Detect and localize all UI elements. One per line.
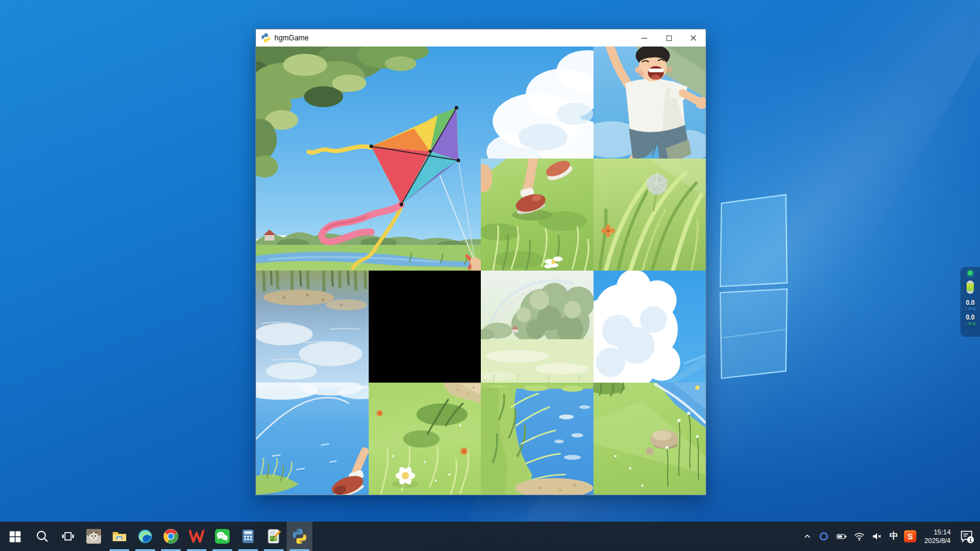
download-arrow-icon: ↓ — [965, 321, 967, 326]
puzzle-board — [256, 47, 706, 495]
search-icon — [35, 529, 50, 544]
python-icon — [292, 528, 307, 544]
chevron-up-icon — [802, 531, 812, 541]
taskbar-wps[interactable] — [184, 522, 209, 551]
taskbar: 中 S 15:14 2025/8/4 1 — [0, 522, 980, 551]
puzzle-tile-water-shoe[interactable] — [256, 383, 369, 495]
action-center-button[interactable]: 1 — [956, 522, 978, 551]
desktop: 0.0 ↑ K/s 0.0 ↓ K/s hgmGame — [0, 0, 980, 551]
white-flower-art — [369, 383, 481, 495]
riverbank-art — [481, 383, 594, 495]
tray-app-ring[interactable] — [815, 522, 832, 551]
taskbar-chrome[interactable] — [158, 522, 184, 551]
puzzle-empty-tile — [369, 271, 481, 383]
taskbar-notes-editor[interactable] — [261, 522, 287, 551]
start-button[interactable] — [0, 522, 29, 551]
maximize-button[interactable] — [657, 29, 681, 47]
tray-battery[interactable] — [832, 522, 851, 551]
game-window: hgmGame — [255, 29, 706, 495]
folder-icon — [111, 528, 127, 544]
chrome-icon — [163, 528, 179, 544]
cloud-art — [594, 271, 706, 383]
puzzle-tile-grass-slope[interactable] — [594, 383, 706, 495]
puzzle-tile-white-flower[interactable] — [369, 383, 481, 495]
running-boy-art — [594, 47, 706, 159]
water-reflections-art — [256, 271, 369, 383]
security-pill-icon — [967, 280, 974, 294]
running-legs-art — [481, 159, 594, 271]
status-dot-icon — [968, 271, 973, 276]
wifi-icon — [854, 531, 865, 542]
notification-badge: 1 — [969, 537, 972, 543]
wps-w-icon — [189, 528, 205, 544]
python-app-icon — [261, 33, 271, 43]
calculator-icon — [240, 528, 256, 544]
taskbar-file-explorer[interactable] — [107, 522, 132, 551]
taskbar-photo-app[interactable] — [81, 522, 107, 551]
minimize-button[interactable] — [632, 29, 657, 47]
action-center-icon: 1 — [959, 528, 974, 544]
sogou-icon: S — [904, 530, 916, 542]
taskbar-python-game[interactable] — [287, 522, 312, 551]
taskbar-search-button[interactable] — [29, 522, 55, 551]
puzzle-tile-running-legs[interactable] — [481, 159, 594, 271]
puzzle-tile-running-boy[interactable] — [594, 47, 706, 159]
puzzle-tile-hazy-trees[interactable] — [481, 271, 594, 383]
tray-volume-muted[interactable] — [868, 522, 886, 551]
puzzle-tile-cloud[interactable] — [594, 271, 706, 383]
tray-clock[interactable]: 15:14 2025/8/4 — [919, 528, 956, 545]
close-button[interactable] — [681, 29, 706, 47]
upload-speed-value: 0.0 — [966, 299, 974, 306]
wallpaper-windows-logo — [714, 184, 799, 386]
tray-input-method[interactable]: 中 — [886, 522, 901, 551]
maximize-icon — [666, 36, 672, 41]
system-tray: 中 S 15:14 2025/8/4 1 — [799, 522, 980, 551]
water-shoe-art — [256, 383, 369, 495]
taskbar-edge[interactable] — [132, 522, 158, 551]
tray-wifi[interactable] — [851, 522, 868, 551]
grass-dandelion-art — [594, 159, 706, 271]
wechat-icon — [214, 528, 230, 544]
cat-photo-icon — [86, 528, 102, 544]
minimize-icon — [641, 38, 647, 39]
hidden-icons-button[interactable] — [799, 522, 815, 551]
battery-icon — [835, 531, 848, 542]
hazy-trees-art — [481, 271, 594, 383]
speaker-muted-icon — [871, 531, 883, 542]
puzzle-tile-riverbank[interactable] — [481, 383, 594, 495]
puzzle-tile-water-reflections[interactable] — [256, 271, 369, 383]
ime-zh-label: 中 — [889, 531, 898, 542]
edge-icon — [137, 528, 153, 544]
clock-date: 2025/8/4 — [924, 536, 951, 545]
task-view-icon — [61, 529, 75, 544]
net-speed-widget[interactable]: 0.0 ↑ K/s 0.0 ↓ K/s — [960, 267, 980, 337]
download-speed-unit: K/s — [968, 321, 976, 326]
blue-ring-icon — [818, 531, 829, 542]
clock-time: 15:14 — [933, 528, 951, 536]
upload-arrow-icon: ↑ — [965, 306, 967, 312]
puzzle-tile-grass-dandelion[interactable] — [594, 159, 706, 271]
taskbar-calculator[interactable] — [235, 522, 261, 551]
tray-sogou-ime[interactable]: S — [901, 522, 919, 551]
window-title: hgmGame — [274, 34, 632, 42]
grass-slope-art — [594, 383, 706, 495]
download-speed-value: 0.0 — [966, 314, 974, 321]
upload-speed-unit: K/s — [968, 306, 976, 312]
task-view-button[interactable] — [55, 522, 81, 551]
titlebar[interactable]: hgmGame — [256, 29, 706, 47]
notes-editor-icon — [266, 528, 282, 544]
taskbar-wechat[interactable] — [209, 522, 235, 551]
close-icon — [690, 35, 696, 41]
windows-logo-icon — [8, 530, 21, 543]
